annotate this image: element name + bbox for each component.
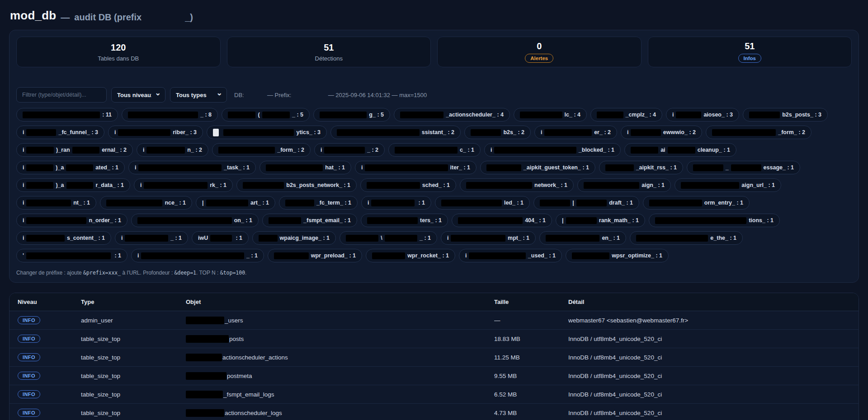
chip-text: _ xyxy=(726,164,729,171)
objet-cell: _fsmpt_email_logs xyxy=(186,391,494,398)
column-header: Taille xyxy=(494,299,568,305)
redaction-block xyxy=(365,164,448,171)
note-text: à l'URL. Profondeur : xyxy=(121,270,174,276)
note-code: &top=100 xyxy=(220,270,245,276)
redaction-block xyxy=(259,235,278,242)
redaction-block xyxy=(395,147,458,154)
chip-text: rk_ : 1 xyxy=(210,182,226,188)
chip-text: ewwwio_ : 2 xyxy=(663,129,696,135)
chip-text: i xyxy=(465,252,467,259)
objet-cell: posts xyxy=(186,335,494,343)
prefix-count-chip: ytics_ : 3 xyxy=(207,126,327,139)
redacted-db-name xyxy=(245,93,265,97)
level-cell: INFO xyxy=(18,409,81,417)
prefix-count-chip: is_content_ : 1 xyxy=(16,231,111,245)
prefix-count-chip: in_order_ : 1 xyxy=(16,214,127,227)
objet-cell: postmeta xyxy=(186,372,494,380)
prefix-count-chip: iiter_ : 1 xyxy=(355,161,476,174)
redaction-block xyxy=(681,182,739,189)
redaction-block xyxy=(636,235,708,242)
chip-text: : 11 xyxy=(102,112,112,118)
redaction-block xyxy=(186,409,224,417)
prefix-count-chip: i_task_ : 1 xyxy=(128,161,256,174)
prefix-count-chip: |rank_math_ : 1 xyxy=(556,214,645,227)
redaction-block xyxy=(228,112,255,118)
meta-tail: — 2025-09-06 14:01:32 — max=1500 xyxy=(328,92,427,98)
chip-row: i)_ar_data_ : 1irk_ : 1b2s_posts_network… xyxy=(16,178,852,192)
prefix-count-chip: aicleanup_ : 1 xyxy=(624,143,736,157)
detail-cell: InnoDB / utf8mb4_unicode_520_ci xyxy=(568,410,850,416)
redaction-block xyxy=(649,200,702,206)
prefix-count-chip: _actionscheduler_ : 4 xyxy=(394,108,510,121)
level-badge: INFO xyxy=(18,409,40,417)
chip-text: cleanup_ : 1 xyxy=(698,147,730,153)
chip-text: i xyxy=(368,200,369,206)
redaction-block xyxy=(631,129,660,136)
prefix-count-chip: _form_ : 2 xyxy=(706,126,811,139)
prefix-count-chip: ters_ : 1 xyxy=(361,214,448,227)
chip-text: b2s_posts_network_ : 1 xyxy=(286,182,350,188)
chip-text: i xyxy=(361,164,363,171)
redacted-prefix-value xyxy=(293,93,326,97)
taille-cell: 9.55 MB xyxy=(494,373,568,379)
taille-cell: 4.73 MB xyxy=(494,410,568,416)
table-header-row: NiveauTypeObjetTailleDétail xyxy=(9,293,859,311)
redaction-block xyxy=(141,252,244,259)
prefix-count-chip: i_fc_funnel_ : 3 xyxy=(16,126,104,139)
stat-card: 120Tables dans DB xyxy=(16,37,221,67)
prefix-count-chip: 404_ : 1 xyxy=(452,214,552,227)
chip-text: ytics_ : 3 xyxy=(296,129,321,135)
objet-text: _fsmpt_email_logs xyxy=(223,391,274,398)
prefix-count-chip: _aipkit_guest_token_ : 1 xyxy=(480,161,595,174)
type-cell: table_size_top xyxy=(81,336,186,342)
page-subtitle: audit DB (prefix xyxy=(74,12,142,23)
chip-row: : 11_ : 8(_ : 5g_ : 5_actionscheduler_ :… xyxy=(16,108,852,121)
chip-text: i xyxy=(23,147,24,153)
redaction-block xyxy=(494,147,576,154)
chip-text: i xyxy=(23,129,24,135)
redaction-block xyxy=(144,182,208,189)
prefix-count-chip: e_the_ : 1 xyxy=(630,231,743,245)
stat-card: 51Détections xyxy=(227,37,431,67)
note-code: &deep=1 xyxy=(175,270,196,276)
chip-text: essage_ : 1 xyxy=(764,164,794,171)
objet-text: _users xyxy=(225,317,243,324)
chip-text: i xyxy=(23,217,24,224)
stat-badge: Infos xyxy=(738,54,761,63)
redaction-block xyxy=(544,129,592,136)
level-cell: INFO xyxy=(18,335,81,343)
type-cell: table_size_top xyxy=(81,373,186,379)
chip-text: iwU xyxy=(198,235,208,241)
type-select-wrap: Tous types xyxy=(170,87,227,103)
chip-text: riber_ : 3 xyxy=(173,129,197,135)
redaction-block xyxy=(210,235,232,242)
taille-cell: 6.52 MB xyxy=(494,391,568,398)
prefix-count-chip: nce_ : 1 xyxy=(100,196,192,210)
redaction-block xyxy=(106,200,162,206)
detail-cell: InnoDB / utf8mb4_unicode_520_ci xyxy=(568,336,850,342)
chip-text: network_ : 1 xyxy=(534,182,567,188)
redaction-block xyxy=(26,147,54,154)
redaction-block xyxy=(138,164,222,171)
prefix-count-chip: led_ : 1 xyxy=(435,196,530,210)
redaction-block xyxy=(23,112,100,118)
prefix-count-chip: i)_ar_data_ : 1 xyxy=(16,178,130,192)
redaction-block xyxy=(26,182,53,189)
redaction-block xyxy=(285,200,314,206)
search-input[interactable] xyxy=(16,87,107,103)
chip-text: _form_ : 2 xyxy=(778,129,805,135)
type-select[interactable]: Tous types xyxy=(170,87,227,103)
redaction-block xyxy=(243,182,284,189)
prefix-count-chip: tions_ : 1 xyxy=(649,214,780,227)
chip-text: i xyxy=(23,235,24,241)
chip-text: : 1 xyxy=(234,235,242,241)
chip-text: ai xyxy=(660,147,665,153)
chip-text: wpr_rocket_ : 1 xyxy=(407,252,449,259)
table-row: INFOtable_size_top_fsmpt_email_logs6.52 … xyxy=(9,385,859,404)
prefix-count-chip: wpr_rocket_ : 1 xyxy=(366,249,455,262)
redaction-block xyxy=(466,182,532,189)
redaction-block xyxy=(441,200,502,206)
redaction-block xyxy=(605,164,634,171)
prefix-count-chip: ier_ : 2 xyxy=(534,126,617,139)
level-select[interactable]: Tous niveaux xyxy=(111,87,165,103)
